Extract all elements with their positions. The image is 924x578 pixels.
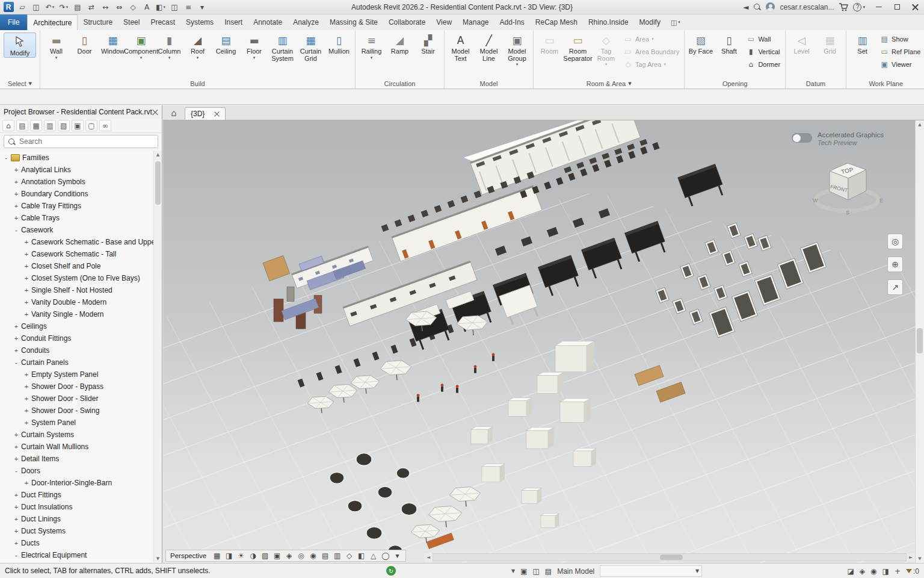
- tree-item[interactable]: +Shower Door - Swing: [0, 405, 153, 417]
- close-button[interactable]: [906, 0, 924, 14]
- tree-item[interactable]: +Duct Fittings: [0, 489, 153, 501]
- tree-expand-icon[interactable]: +: [23, 287, 30, 294]
- help-icon[interactable]: ?▾: [853, 3, 865, 11]
- panel-label-model[interactable]: Model: [445, 78, 533, 89]
- measure-icon[interactable]: ↔: [99, 1, 112, 13]
- ribbon-button-dormer[interactable]: ⌂Dormer: [743, 58, 783, 70]
- worksharing-display-icon[interactable]: ◧: [356, 550, 367, 561]
- tree-item[interactable]: +Vanity Double - Modern: [0, 296, 153, 308]
- tree-item[interactable]: +Duct Linings: [0, 513, 153, 525]
- tab-steel[interactable]: Steel: [118, 14, 145, 30]
- ribbon-button-floor[interactable]: ▬Floor▾: [240, 31, 268, 60]
- tree-item[interactable]: +Detail Items: [0, 453, 153, 465]
- select-by-face-icon[interactable]: ◨: [882, 567, 889, 576]
- sheets-icon[interactable]: ▥: [44, 120, 56, 131]
- select-links-icon[interactable]: ◈: [860, 567, 865, 576]
- tree-expand-icon[interactable]: +: [23, 419, 30, 426]
- tree-expand-icon[interactable]: +: [13, 214, 20, 222]
- tree-expand-icon[interactable]: +: [13, 527, 20, 535]
- ribbon-button-ref-plane[interactable]: ▭Ref Plane: [876, 45, 923, 58]
- signed-in-user[interactable]: cesar.r.escalan...: [780, 3, 834, 11]
- tree-expand-icon[interactable]: +: [23, 238, 30, 246]
- tree-item[interactable]: +Conduits: [0, 344, 153, 356]
- temporary-hide-isolate-icon[interactable]: ◎: [295, 550, 307, 561]
- view-tab-3d[interactable]: {3D}: [185, 107, 226, 120]
- tree-item[interactable]: +Closet Shelf and Pole: [0, 260, 153, 272]
- tree-expand-icon[interactable]: -: [2, 154, 10, 161]
- tree-item[interactable]: +Casework Schematic - Base and Uppe: [0, 236, 153, 248]
- tab-analyze[interactable]: Analyze: [288, 14, 324, 30]
- tree-expand-icon[interactable]: +: [23, 250, 30, 258]
- ribbon-button-model-line[interactable]: ╱Model Line: [475, 31, 503, 62]
- tree-expand-icon[interactable]: +: [13, 515, 20, 523]
- reveal-constraints-icon[interactable]: ◇: [343, 550, 355, 561]
- tree-item[interactable]: -Electrical Equipment: [0, 549, 153, 561]
- scroll-down-icon[interactable]: ▼: [154, 555, 162, 563]
- tree-item[interactable]: +Curtain Wall Mullions: [0, 441, 153, 453]
- ribbon-button-show[interactable]: ▤Show: [876, 33, 923, 45]
- print-icon[interactable]: ▤: [71, 1, 84, 13]
- default-3d-view-icon[interactable]: ◧▾: [154, 1, 167, 13]
- tree-expand-icon[interactable]: +: [13, 190, 20, 197]
- crop-view-icon[interactable]: ▣: [271, 550, 283, 561]
- ribbon-button-column[interactable]: ▮Column▾: [155, 31, 183, 60]
- ribbon-button-viewer[interactable]: ▣Viewer: [876, 58, 923, 70]
- section-icon[interactable]: ◫: [168, 1, 181, 13]
- tree-expand-icon[interactable]: +: [23, 299, 30, 306]
- tree-item[interactable]: +Shower Door - Bypass: [0, 381, 153, 393]
- scroll-up-icon[interactable]: ▲: [154, 151, 162, 159]
- perspective-label[interactable]: Perspective: [168, 552, 211, 559]
- show-rendering-dialog-icon[interactable]: ◨: [223, 550, 235, 561]
- ribbon-button-wall[interactable]: ▭Wall: [743, 33, 783, 45]
- tab-file[interactable]: File: [0, 14, 27, 30]
- scroll-up-icon[interactable]: ▲: [916, 120, 924, 129]
- select-pinned-icon[interactable]: ◉: [870, 567, 876, 576]
- reveal-hidden-elements-icon[interactable]: ◉: [307, 550, 319, 561]
- tree-expand-icon[interactable]: +: [23, 479, 30, 486]
- ribbon-button-door[interactable]: ▯Door: [70, 31, 99, 55]
- ribbon-button-ramp[interactable]: ◢Ramp: [386, 31, 414, 55]
- tab-architecture[interactable]: Architecture: [27, 14, 78, 30]
- ribbon-button-curtain-system[interactable]: ▥Curtain System: [268, 31, 297, 62]
- tree-item[interactable]: +Conduit Fittings: [0, 332, 153, 344]
- thin-lines-icon[interactable]: ≡: [182, 1, 195, 13]
- modify-button[interactable]: Modify: [4, 33, 36, 58]
- ribbon-button-model-group[interactable]: ▣Model Group▾: [503, 31, 531, 67]
- viewport[interactable]: Accelerated Graphics Tech Preview TOP FR…: [163, 120, 915, 563]
- ribbon-display-toggle-icon[interactable]: ◫▾: [666, 14, 685, 30]
- ribbon-button-mullion[interactable]: ▯Mullion: [325, 31, 353, 55]
- ribbon-button-room-separator[interactable]: ▭Room Separator: [564, 31, 592, 62]
- revit-links-icon[interactable]: ▢: [85, 120, 97, 131]
- home-icon[interactable]: ⌂: [2, 120, 14, 131]
- design-option-combo[interactable]: ▼: [600, 565, 702, 577]
- chevron-left-icon[interactable]: ◄: [743, 3, 748, 11]
- redo-icon[interactable]: ↷▾: [57, 1, 70, 13]
- worksets-icon[interactable]: ▣: [520, 567, 527, 576]
- tree-item[interactable]: +Casework Schematic - Tall: [0, 248, 153, 260]
- tree-item[interactable]: +Annotation Symbols: [0, 176, 153, 188]
- ribbon-button-room[interactable]: ▭Room: [535, 31, 564, 55]
- show-crop-region-icon[interactable]: ◈: [283, 550, 295, 561]
- tree-expand-icon[interactable]: +: [23, 407, 30, 414]
- scroll-left-icon[interactable]: ◄: [424, 553, 433, 562]
- hscroll-track[interactable]: [433, 553, 907, 561]
- ribbon-button-window[interactable]: ▦Window: [99, 31, 127, 55]
- panel-label-select[interactable]: Select▾: [0, 78, 40, 89]
- tree-item[interactable]: +Vanity Single - Modern: [0, 308, 153, 320]
- horizontal-scrollbar[interactable]: ◄ ►: [424, 553, 915, 562]
- tag-by-category-icon[interactable]: ◇: [126, 1, 140, 13]
- tab-view[interactable]: View: [431, 14, 457, 30]
- tab-systems[interactable]: Systems: [180, 14, 219, 30]
- tree-expand-icon[interactable]: +: [23, 263, 30, 270]
- active-design-option[interactable]: Main Model: [557, 567, 594, 576]
- tree-expand-icon[interactable]: +: [13, 166, 20, 173]
- panel-label-work-plane[interactable]: Work Plane: [846, 78, 924, 89]
- ribbon-button-by-face[interactable]: ▧By Face: [686, 31, 715, 55]
- tree-expand-icon[interactable]: +: [23, 275, 30, 282]
- tab-add-ins[interactable]: Add-Ins: [494, 14, 529, 30]
- tree-expand-icon[interactable]: +: [23, 311, 30, 318]
- tree-expand-icon[interactable]: +: [23, 371, 30, 378]
- chevron-down-icon[interactable]: ▼: [511, 568, 515, 574]
- schedules-icon[interactable]: ▦: [30, 120, 42, 131]
- tree-item[interactable]: -Casework: [0, 224, 153, 236]
